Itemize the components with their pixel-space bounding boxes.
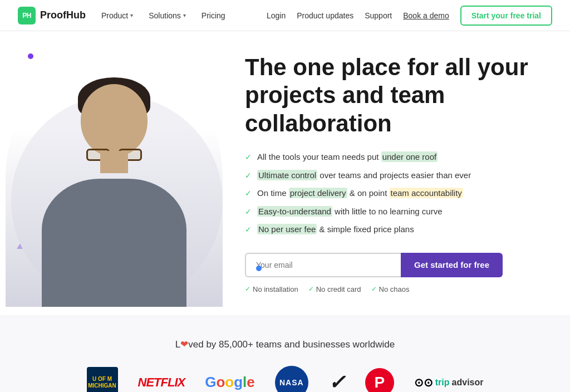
logo-nasa: NASA [275,366,308,392]
feature-text: Easy-to-understand with little to no lea… [257,205,443,218]
trust-label: No chaos [379,285,410,293]
chevron-down-icon: ▾ [183,12,186,18]
highlight: project delivery [289,188,347,198]
logo-tripadvisor: ⊙⊙ tripadvisor [414,376,484,389]
hero-image [0,40,234,307]
loved-text: L❤ved by 85,000+ teams and businesses wo… [18,339,552,350]
brand-name: ProofHub [40,9,86,21]
feature-item-2: ✓ Ultimate control over teams and projec… [245,169,537,182]
person-head [81,84,148,156]
logo[interactable]: PH ProofHub [18,7,86,24]
logos-row: U OF MMICHIGAN NETFLIX Google NASA ✓ P ⊙… [18,366,552,392]
trust-label: No installation [253,285,298,293]
person-body [42,179,186,307]
nav-login[interactable]: Login [267,11,286,20]
nav-right: Login Product updates Support Book a dem… [267,6,552,26]
nav-support[interactable]: Support [365,11,392,20]
check-icon: ✓ [371,285,377,293]
feature-text: Ultimate control over teams and projects… [257,169,471,182]
feature-item-4: ✓ Easy-to-understand with little to no l… [245,205,537,218]
feature-text: All the tools your team needs put under … [257,151,438,164]
email-input[interactable] [245,253,401,277]
feature-item-1: ✓ All the tools your team needs put unde… [245,151,537,164]
highlight: Easy-to-understand [257,206,332,217]
trust-row: ✓ No installation ✓ No credit card ✓ No … [245,285,537,293]
decorative-dot [256,266,262,271]
highlight: team accountability [389,188,463,198]
person-neck [100,151,128,173]
trust-label: No credit card [316,285,361,293]
check-icon: ✓ [245,206,252,218]
nav-solutions[interactable]: Solutions ▾ [149,11,186,20]
logo-netflix: NETFLIX [138,375,185,390]
check-icon: ✓ [245,188,252,199]
hero-content: The one place for all your projects and … [234,31,537,316]
highlight: No per user fee [257,224,317,234]
check-icon: ✓ [245,151,252,163]
trust-item-2: ✓ No credit card [308,285,361,293]
nav-product-updates[interactable]: Product updates [297,11,353,20]
tripadvisor-icon: ⊙⊙ [414,376,433,389]
hero-section: The one place for all your projects and … [0,31,570,316]
highlight: Ultimate control [257,170,317,180]
email-row: Get started for free [245,253,537,277]
trust-item-1: ✓ No installation [245,285,298,293]
feature-item-5: ✓ No per user fee & simple fixed price p… [245,223,537,236]
logo-nike: ✓ [328,371,345,392]
check-icon: ✓ [308,285,314,293]
nav-trial-button[interactable]: Start your free trial [460,6,552,26]
feature-text: No per user fee & simple fixed price pla… [257,223,414,236]
trust-item-3: ✓ No chaos [371,285,410,293]
check-icon: ✓ [245,224,252,236]
nav-left: PH ProofHub Product ▾ Solutions ▾ Pricin… [18,7,225,24]
logo-michigan: U OF MMICHIGAN [87,367,118,392]
nav-pricing[interactable]: Pricing [202,11,225,20]
chevron-down-icon: ▾ [130,12,133,18]
logo-google: Google [205,374,255,391]
heart-icon: ❤ [180,339,188,350]
feature-item-3: ✓ On time project delivery & on point te… [245,187,537,200]
feature-text: On time project delivery & on point team… [257,187,463,200]
logo-icon: PH [18,7,36,24]
navbar: PH ProofHub Product ▾ Solutions ▾ Pricin… [0,0,570,31]
get-started-button[interactable]: Get started for free [401,253,503,277]
highlight: under one roof [381,151,438,162]
logo-pinterest: P [365,368,394,392]
nav-product[interactable]: Product ▾ [101,11,133,20]
check-icon: ✓ [245,285,250,293]
loved-section: L❤ved by 85,000+ teams and businesses wo… [0,316,570,392]
hero-person [6,51,223,307]
check-icon: ✓ [245,170,252,182]
features-list: ✓ All the tools your team needs put unde… [245,151,537,236]
hero-title: The one place for all your projects and … [245,53,537,138]
nav-book-demo[interactable]: Book a demo [403,11,449,20]
